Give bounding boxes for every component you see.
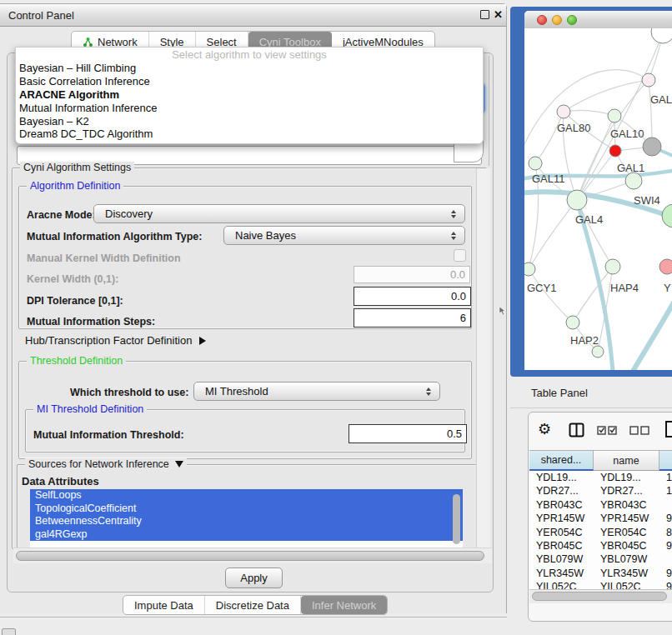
dpi-tolerance-input[interactable] [354,287,471,306]
panel-divider [0,617,507,618]
node-label: GAL4 [575,213,603,226]
sources-group-title: Sources for Network Inference [25,458,187,470]
mi-threshold-input[interactable] [349,424,467,443]
tab-impute-data[interactable]: Impute Data [123,596,205,614]
network-node[interactable] [662,204,672,228]
algorithm-option[interactable]: Dream8 DC_TDC Algorithm [16,128,483,141]
network-window-titlebar[interactable] [524,11,672,29]
table-cell: YBL079W [529,552,594,566]
zoom-traffic-light-icon[interactable] [567,15,577,25]
table-row[interactable]: YPR145WYPR145W9. [529,512,672,525]
kernel-width-input[interactable] [354,266,470,283]
data-attribute-item[interactable]: TopologicalCoefficient [30,502,463,516]
bottom-tab-bar: Impute DataDiscretize DataInfer Network [123,595,388,615]
mi-steps-input[interactable] [354,308,471,328]
tab-infer-network[interactable]: Infer Network [301,596,387,614]
table-row[interactable]: YLR345WYLR345W9. [529,567,672,580]
network-node-gal11[interactable] [529,157,542,170]
network-node[interactable] [651,28,672,43]
table-row[interactable]: YER054CYER054C8. [529,526,672,539]
minimize-traffic-light-icon[interactable] [552,15,562,25]
network-edge[interactable] [524,70,649,153]
data-attributes-list[interactable]: SelfLoopsTopologicalCoefficientBetweenne… [30,489,463,548]
columns-icon[interactable] [569,422,584,438]
table-cell: YPR145W [594,512,659,525]
table-cell: YIL052C [594,580,659,589]
network-node[interactable] [592,346,604,358]
column-header-partial[interactable] [659,450,672,471]
network-edge[interactable] [577,200,613,267]
control-panel-titlebar[interactable]: Control Panel ✕ [0,4,506,27]
table-cell: YER054C [594,526,659,539]
node-label: GAL11 [532,172,565,185]
apply-button[interactable]: Apply [225,568,283,588]
algorithm-option[interactable]: ARACNE Algorithm [16,88,483,102]
column-header-shared...[interactable]: shared... [529,450,594,471]
table-cell: YBR043C [594,498,659,512]
data-attribute-item[interactable]: BetweennessCentrality [30,515,463,528]
column-header-name[interactable]: name [594,450,659,471]
table-cell: YIL052C [529,580,594,589]
gear-icon[interactable]: ⚙ [538,420,551,438]
table-panel-divider [510,408,672,408]
tab-discretize-data[interactable]: Discretize Data [205,596,301,614]
combo-stepper-icon [421,388,439,396]
network-node[interactable] [643,138,661,156]
table-panel-title: Table Panel [531,387,588,399]
network-node-gal4[interactable] [567,190,587,210]
algorithm-option[interactable]: Mutual Information Inference [16,102,483,115]
network-edge[interactable] [649,80,652,147]
table-row[interactable]: YBR043CYBR043C [529,498,672,512]
algorithm-option[interactable]: Basic Correlation Inference [16,75,483,88]
network-node-gal10[interactable] [608,109,621,122]
attributes-list-scrollbar[interactable] [453,494,460,544]
unchecked-boxes-icon[interactable] [629,425,650,436]
aracne-mode-select[interactable]: Discovery [93,204,465,223]
table-row[interactable]: YBL079WYBL079W [529,552,672,566]
dock-panel-icon[interactable] [2,628,16,635]
algorithm-option[interactable]: Bayesian – K2 [16,115,483,128]
network-node-hap2[interactable] [566,316,579,329]
table-cell: YDR27... [529,484,594,498]
data-attribute-item[interactable]: SelfLoops [30,489,463,502]
network-edge[interactable] [564,80,649,112]
network-node-gal80[interactable] [557,105,570,118]
float-window-icon[interactable] [480,10,489,19]
manual-kernel-width-checkbox[interactable] [454,249,466,262]
data-attribute-item[interactable]: gal4RGexp [30,528,463,542]
document-icon[interactable] [664,420,672,438]
which-threshold-select[interactable]: MI Threshold [193,382,440,401]
mi-algorithm-type-select[interactable]: Naive Bayes [223,226,465,245]
expanded-arrow-icon[interactable] [175,461,183,468]
network-node-hap4[interactable] [605,259,620,274]
checked-boxes-icon[interactable] [597,425,618,436]
algorithm-option[interactable]: Bayesian – Hill Climbing [16,62,483,75]
hub-definition-disclosure[interactable]: Hub/Transcription Factor Definition [25,334,206,347]
close-window-icon[interactable]: ✕ [494,10,503,19]
close-traffic-light-icon[interactable] [537,15,547,25]
network-node-gcy1[interactable] [524,262,535,276]
network-edge[interactable] [535,112,564,163]
network-node-gal1[interactable] [609,145,621,157]
network-node-swi4[interactable] [625,172,642,189]
which-threshold-label: Which threshold to use: [70,387,188,398]
network-node-y[interactable] [659,259,672,274]
settings-vertical-scrollbar-track[interactable] [476,168,490,548]
node-label: GAL10 [610,128,644,140]
table-cell: YDR27... [594,484,659,498]
settings-horizontal-scrollbar-thumb[interactable] [16,551,484,561]
table-row[interactable]: YIL052CYIL052C9 [529,580,672,589]
table-row[interactable]: YDL19...YDL19...13 [529,471,672,484]
table-row[interactable]: YDR27...YDR27...12 [529,484,672,498]
table-row[interactable]: YBR045CYBR045C9. [529,539,672,552]
threshold-definition-title: Threshold Definition [27,355,126,367]
mouse-cursor [499,306,507,316]
table-cell: 12 [659,484,672,498]
network-canvas[interactable]: GALGAL80GAL10GAL1SWI4GAL11GAL4GCY1HAP4YH… [524,28,672,370]
table-horizontal-scrollbar-thumb[interactable] [532,592,667,601]
table-cell: YDL19... [594,471,659,484]
network-edge[interactable] [564,110,614,116]
network-node-gal[interactable] [642,73,655,87]
kernel-width-label: Kernel Width (0,1): [27,273,118,285]
network-edge[interactable] [529,269,573,322]
